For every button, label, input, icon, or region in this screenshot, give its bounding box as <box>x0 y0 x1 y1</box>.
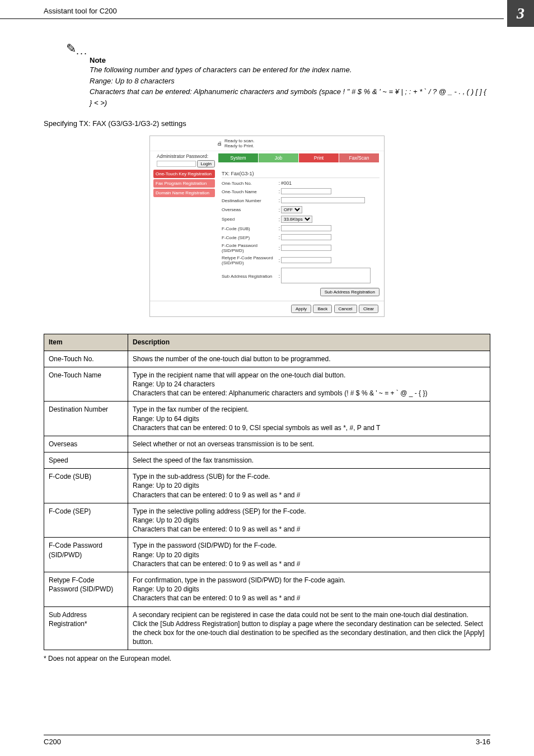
input-retype-fcode-pwd[interactable] <box>281 257 331 263</box>
note-line-1: The following number and types of charac… <box>90 66 352 74</box>
header-title: Assistant tool for C200 <box>44 7 117 15</box>
table-cell-description: Type in the password (SID/PWD) for the F… <box>128 538 490 572</box>
table-cell-description: Select whether or not an overseas transm… <box>128 436 490 452</box>
table-cell-item: Sub Address Registration* <box>44 606 128 650</box>
label-retype-fcode-pwd: Retype F-Code Password (SID/PWD) <box>222 255 278 265</box>
settings-screenshot: 🖨 Ready to scan. Ready to Print. Adminis… <box>149 136 385 317</box>
admin-password-input[interactable] <box>157 161 196 167</box>
tab-faxscan[interactable]: Fax/Scan <box>339 153 380 162</box>
label-one-touch-name: One-Touch Name <box>222 189 278 194</box>
table-cell-item: F-Code (SUB) <box>44 469 128 503</box>
tab-system[interactable]: System <box>218 153 259 162</box>
cancel-button[interactable]: Cancel <box>334 305 357 313</box>
table-cell-description: Type in the selective polling address (S… <box>128 503 490 538</box>
tab-job[interactable]: Job <box>259 153 299 162</box>
table-row: Destination NumberType in the fax number… <box>44 402 490 436</box>
table-cell-item: Retype F-Code Password (SID/PWD) <box>44 572 128 606</box>
form-title: TX: Fax(G3-1) <box>222 171 380 178</box>
tab-print[interactable]: Print <box>299 153 339 162</box>
admin-password-label: Administrator Password: <box>157 153 218 159</box>
table-cell-description: Select the speed of the fax transmission… <box>128 452 490 469</box>
apply-button[interactable]: Apply <box>291 305 311 313</box>
sub-address-registration-button[interactable]: Sub Address Registration <box>320 288 380 296</box>
page-footer: C200 3-16 <box>44 735 490 746</box>
note-line-3: Characters that can be entered: Alphanum… <box>90 87 486 107</box>
table-row: OverseasSelect whether or not an oversea… <box>44 436 490 452</box>
label-one-touch-no: One-Touch No. <box>222 181 278 186</box>
select-speed[interactable]: 33.6Kbps <box>281 216 312 223</box>
note-icon-row: ✎... <box>44 41 490 57</box>
table-cell-description: Type in the fax number of the recipient.… <box>128 402 490 436</box>
table-cell-item: One-Touch Name <box>44 367 128 402</box>
label-fcode-sep: F-Code (SEP) <box>222 235 278 240</box>
page-corner-number: 3 <box>507 0 534 27</box>
note-block: Note The following number and types of c… <box>90 56 490 108</box>
table-row: One-Touch No.Shows the number of the one… <box>44 351 490 367</box>
table-cell-item: F-Code (SEP) <box>44 503 128 538</box>
table-row: F-Code (SEP)Type in the selective pollin… <box>44 503 490 538</box>
table-row: One-Touch NameType in the recipient name… <box>44 367 490 402</box>
table-cell-item: Destination Number <box>44 402 128 436</box>
input-fcode-sub[interactable] <box>281 225 331 231</box>
table-head-description: Description <box>128 334 490 351</box>
admin-login-area: Administrator Password: Login <box>157 153 218 167</box>
page-header: Assistant tool for C200 <box>0 0 504 19</box>
status-scan: Ready to scan. <box>224 138 254 143</box>
input-fcode-pwd[interactable] <box>281 245 331 251</box>
tab-bar: System Job Print Fax/Scan <box>218 153 380 162</box>
nav-one-touch-key[interactable]: One-Touch Key Registration <box>153 170 215 178</box>
pencil-icon: ✎ <box>66 41 76 56</box>
label-destination-number: Destination Number <box>222 198 278 203</box>
label-fcode-pwd: F-Code Password (SID/PWD) <box>222 243 278 253</box>
note-line-2: Range: Up to 8 characters <box>90 77 175 85</box>
ellipsis-icon: ... <box>76 45 88 57</box>
table-row: SpeedSelect the speed of the fax transmi… <box>44 452 490 469</box>
table-cell-item: Speed <box>44 452 128 469</box>
form-body: TX: Fax(G3-1) One-Touch No. : #001 One-T… <box>219 167 384 301</box>
label-sub-address: Sub Address Registration <box>222 274 278 279</box>
value-one-touch-no: #001 <box>281 180 380 186</box>
table-cell-description: Type in the sub-address (SUB) for the F-… <box>128 469 490 503</box>
login-button[interactable]: Login <box>197 160 215 167</box>
table-cell-description: A secondary recipient can be registered … <box>128 606 490 650</box>
note-body: The following number and types of charac… <box>90 64 490 108</box>
table-cell-item: F-Code Password (SID/PWD) <box>44 538 128 572</box>
table-row: Retype F-Code Password (SID/PWD)For conf… <box>44 572 490 606</box>
table-head-item: Item <box>44 334 128 351</box>
table-row: F-Code Password (SID/PWD)Type in the pas… <box>44 538 490 572</box>
select-overseas[interactable]: OFF <box>281 206 302 213</box>
status-bar: 🖨 Ready to scan. Ready to Print. <box>150 136 384 151</box>
table-row: Sub Address Registration*A secondary rec… <box>44 606 490 650</box>
input-destination-number[interactable] <box>281 197 365 203</box>
form-footer-buttons: Apply Back Cancel Clear <box>150 301 384 316</box>
printer-icon: 🖨 <box>217 141 222 146</box>
footer-page-number: 3-16 <box>476 738 490 746</box>
footer-model: C200 <box>44 738 61 746</box>
label-speed: Speed <box>222 217 278 222</box>
textarea-sub-address[interactable] <box>281 268 371 283</box>
section-heading: Specifying TX: FAX (G3/G3-1/G3-2) settin… <box>44 119 490 128</box>
label-overseas: Overseas <box>222 207 278 212</box>
label-fcode-sub: F-Code (SUB) <box>222 226 278 231</box>
status-print: Ready to Print. <box>224 143 254 148</box>
side-nav: One-Touch Key Registration Fax Program R… <box>150 167 216 200</box>
input-fcode-sep[interactable] <box>281 234 331 240</box>
nav-domain-name[interactable]: Domain Name Registration <box>153 189 215 197</box>
clear-button[interactable]: Clear <box>359 305 378 313</box>
table-cell-description: Shows the number of the one-touch dial b… <box>128 351 490 367</box>
back-button[interactable]: Back <box>313 305 332 313</box>
table-cell-item: Overseas <box>44 436 128 452</box>
table-cell-description: Type in the recipient name that will app… <box>128 367 490 402</box>
footnote: * Does not appear on the European model. <box>44 655 490 662</box>
table-cell-description: For confirmation, type in the password (… <box>128 572 490 606</box>
nav-fax-program[interactable]: Fax Program Registration <box>153 179 215 188</box>
description-table: Item Description One-Touch No.Shows the … <box>44 334 490 650</box>
note-title: Note <box>90 56 490 64</box>
table-cell-item: One-Touch No. <box>44 351 128 367</box>
table-row: F-Code (SUB)Type in the sub-address (SUB… <box>44 469 490 503</box>
input-one-touch-name[interactable] <box>281 188 331 194</box>
